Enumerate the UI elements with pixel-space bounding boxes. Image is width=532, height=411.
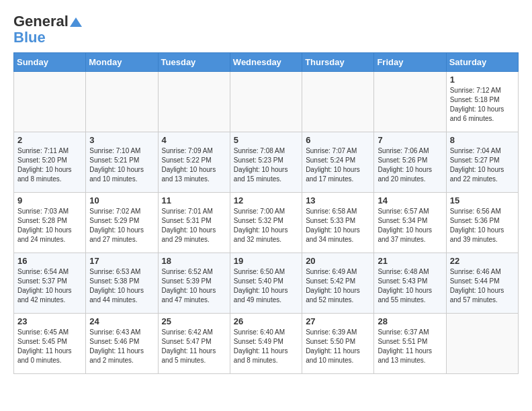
day-info: Sunrise: 6:54 AM Sunset: 5:37 PM Dayligh… xyxy=(17,267,82,305)
logo: General Blue xyxy=(13,13,82,46)
day-info: Sunrise: 6:43 AM Sunset: 5:46 PM Dayligh… xyxy=(89,328,154,365)
day-number: 17 xyxy=(89,256,154,266)
calendar-cell: 26Sunrise: 6:40 AM Sunset: 5:49 PM Dayli… xyxy=(230,314,302,374)
calendar-cell: 8Sunrise: 7:04 AM Sunset: 5:27 PM Daylig… xyxy=(446,132,518,193)
col-header-wednesday: Wednesday xyxy=(230,53,302,72)
calendar-cell xyxy=(302,72,374,132)
day-info: Sunrise: 7:06 AM Sunset: 5:26 PM Dayligh… xyxy=(378,146,442,184)
day-number: 21 xyxy=(378,256,442,266)
day-info: Sunrise: 6:57 AM Sunset: 5:34 PM Dayligh… xyxy=(378,207,442,244)
svg-marker-0 xyxy=(70,17,82,27)
day-info: Sunrise: 7:01 AM Sunset: 5:31 PM Dayligh… xyxy=(162,207,226,244)
day-number: 2 xyxy=(17,135,82,145)
day-number: 20 xyxy=(306,256,370,266)
day-info: Sunrise: 6:53 AM Sunset: 5:38 PM Dayligh… xyxy=(89,267,154,305)
day-info: Sunrise: 7:03 AM Sunset: 5:28 PM Dayligh… xyxy=(17,207,82,244)
calendar-cell xyxy=(158,72,230,132)
calendar-cell: 6Sunrise: 7:07 AM Sunset: 5:24 PM Daylig… xyxy=(302,132,374,193)
calendar-cell: 21Sunrise: 6:48 AM Sunset: 5:43 PM Dayli… xyxy=(374,253,446,314)
day-number: 14 xyxy=(378,195,442,205)
day-info: Sunrise: 7:07 AM Sunset: 5:24 PM Dayligh… xyxy=(306,146,370,184)
col-header-sunday: Sunday xyxy=(14,53,86,72)
logo-blue: Blue xyxy=(13,30,82,46)
day-number: 6 xyxy=(306,135,370,145)
calendar-cell: 20Sunrise: 6:49 AM Sunset: 5:42 PM Dayli… xyxy=(302,253,374,314)
day-number: 11 xyxy=(162,195,226,205)
calendar-cell: 27Sunrise: 6:39 AM Sunset: 5:50 PM Dayli… xyxy=(302,314,374,374)
calendar-cell xyxy=(86,72,158,132)
logo-text: General xyxy=(13,13,82,30)
day-number: 12 xyxy=(234,195,298,205)
calendar-cell: 15Sunrise: 6:56 AM Sunset: 5:36 PM Dayli… xyxy=(446,193,518,253)
day-number: 19 xyxy=(234,256,298,266)
day-info: Sunrise: 6:56 AM Sunset: 5:36 PM Dayligh… xyxy=(450,207,515,244)
calendar-cell: 23Sunrise: 6:45 AM Sunset: 5:45 PM Dayli… xyxy=(14,314,86,374)
day-info: Sunrise: 6:37 AM Sunset: 5:51 PM Dayligh… xyxy=(378,328,442,365)
col-header-tuesday: Tuesday xyxy=(158,53,230,72)
day-info: Sunrise: 6:50 AM Sunset: 5:40 PM Dayligh… xyxy=(234,267,298,305)
day-number: 16 xyxy=(17,256,82,266)
calendar-cell: 22Sunrise: 6:46 AM Sunset: 5:44 PM Dayli… xyxy=(446,253,518,314)
day-number: 25 xyxy=(162,316,226,326)
calendar-cell: 16Sunrise: 6:54 AM Sunset: 5:37 PM Dayli… xyxy=(14,253,86,314)
calendar-cell: 19Sunrise: 6:50 AM Sunset: 5:40 PM Dayli… xyxy=(230,253,302,314)
col-header-friday: Friday xyxy=(374,53,446,72)
day-number: 28 xyxy=(378,316,442,326)
day-number: 22 xyxy=(450,256,515,266)
day-number: 5 xyxy=(234,135,298,145)
calendar-cell: 12Sunrise: 7:00 AM Sunset: 5:32 PM Dayli… xyxy=(230,193,302,253)
calendar-cell: 4Sunrise: 7:09 AM Sunset: 5:22 PM Daylig… xyxy=(158,132,230,193)
calendar-cell: 28Sunrise: 6:37 AM Sunset: 5:51 PM Dayli… xyxy=(374,314,446,374)
col-header-saturday: Saturday xyxy=(446,53,518,72)
col-header-monday: Monday xyxy=(86,53,158,72)
calendar-cell: 3Sunrise: 7:10 AM Sunset: 5:21 PM Daylig… xyxy=(86,132,158,193)
day-number: 27 xyxy=(306,316,370,326)
day-number: 23 xyxy=(17,316,82,326)
calendar-cell: 25Sunrise: 6:42 AM Sunset: 5:47 PM Dayli… xyxy=(158,314,230,374)
day-number: 3 xyxy=(89,135,154,145)
calendar-cell: 18Sunrise: 6:52 AM Sunset: 5:39 PM Dayli… xyxy=(158,253,230,314)
day-info: Sunrise: 7:04 AM Sunset: 5:27 PM Dayligh… xyxy=(450,146,515,184)
day-info: Sunrise: 6:49 AM Sunset: 5:42 PM Dayligh… xyxy=(306,267,370,305)
day-number: 13 xyxy=(306,195,370,205)
col-header-thursday: Thursday xyxy=(302,53,374,72)
calendar-cell xyxy=(230,72,302,132)
day-info: Sunrise: 7:00 AM Sunset: 5:32 PM Dayligh… xyxy=(234,207,298,244)
day-info: Sunrise: 6:52 AM Sunset: 5:39 PM Dayligh… xyxy=(162,267,226,305)
day-number: 8 xyxy=(450,135,515,145)
day-number: 7 xyxy=(378,135,442,145)
calendar-cell: 13Sunrise: 6:58 AM Sunset: 5:33 PM Dayli… xyxy=(302,193,374,253)
day-info: Sunrise: 6:45 AM Sunset: 5:45 PM Dayligh… xyxy=(17,328,82,365)
day-info: Sunrise: 7:11 AM Sunset: 5:20 PM Dayligh… xyxy=(17,146,82,184)
day-info: Sunrise: 7:02 AM Sunset: 5:29 PM Dayligh… xyxy=(89,207,154,244)
calendar-table: SundayMondayTuesdayWednesdayThursdayFrid… xyxy=(13,52,519,374)
day-number: 24 xyxy=(89,316,154,326)
day-info: Sunrise: 7:10 AM Sunset: 5:21 PM Dayligh… xyxy=(89,146,154,184)
day-info: Sunrise: 6:42 AM Sunset: 5:47 PM Dayligh… xyxy=(162,328,226,365)
calendar-cell: 14Sunrise: 6:57 AM Sunset: 5:34 PM Dayli… xyxy=(374,193,446,253)
calendar-cell: 24Sunrise: 6:43 AM Sunset: 5:46 PM Dayli… xyxy=(86,314,158,374)
calendar-cell xyxy=(374,72,446,132)
calendar-cell: 10Sunrise: 7:02 AM Sunset: 5:29 PM Dayli… xyxy=(86,193,158,253)
day-number: 18 xyxy=(162,256,226,266)
day-number: 4 xyxy=(162,135,226,145)
calendar-cell: 1Sunrise: 7:12 AM Sunset: 5:18 PM Daylig… xyxy=(446,72,518,132)
day-number: 15 xyxy=(450,195,515,205)
day-info: Sunrise: 6:46 AM Sunset: 5:44 PM Dayligh… xyxy=(450,267,515,305)
calendar-cell xyxy=(14,72,86,132)
calendar-cell: 9Sunrise: 7:03 AM Sunset: 5:28 PM Daylig… xyxy=(14,193,86,253)
day-info: Sunrise: 7:12 AM Sunset: 5:18 PM Dayligh… xyxy=(450,86,515,124)
calendar-cell: 7Sunrise: 7:06 AM Sunset: 5:26 PM Daylig… xyxy=(374,132,446,193)
day-number: 26 xyxy=(234,316,298,326)
day-number: 10 xyxy=(89,195,154,205)
calendar-cell xyxy=(446,314,518,374)
day-number: 9 xyxy=(17,195,82,205)
calendar-cell: 17Sunrise: 6:53 AM Sunset: 5:38 PM Dayli… xyxy=(86,253,158,314)
day-info: Sunrise: 6:40 AM Sunset: 5:49 PM Dayligh… xyxy=(234,328,298,365)
calendar-cell: 5Sunrise: 7:08 AM Sunset: 5:23 PM Daylig… xyxy=(230,132,302,193)
calendar-cell: 11Sunrise: 7:01 AM Sunset: 5:31 PM Dayli… xyxy=(158,193,230,253)
calendar-cell: 2Sunrise: 7:11 AM Sunset: 5:20 PM Daylig… xyxy=(14,132,86,193)
day-info: Sunrise: 6:48 AM Sunset: 5:43 PM Dayligh… xyxy=(378,267,442,305)
day-number: 1 xyxy=(450,75,515,85)
header: General Blue xyxy=(13,13,519,46)
